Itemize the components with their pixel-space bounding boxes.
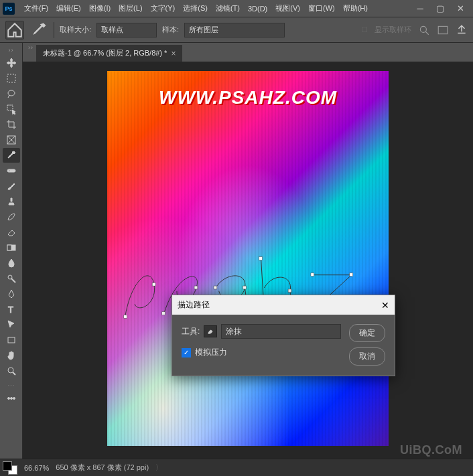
smudge-icon: [204, 325, 217, 337]
panel-icon[interactable]: [437, 24, 449, 36]
chevron-right-icon[interactable]: 〉: [155, 463, 163, 473]
svg-rect-12: [7, 245, 11, 250]
eyedropper-tool[interactable]: [3, 148, 20, 163]
tab-close-icon[interactable]: ×: [171, 49, 176, 58]
clone-stamp-tool[interactable]: [3, 194, 20, 209]
crop-tool[interactable]: [3, 117, 20, 132]
frame-tool[interactable]: [3, 133, 20, 147]
simulate-pressure-checkbox[interactable]: ✓: [182, 348, 191, 358]
home-icon[interactable]: [5, 21, 24, 39]
tool-options-icon[interactable]: ⋯: [7, 382, 15, 390]
svg-point-20: [10, 398, 12, 400]
svg-rect-33: [350, 273, 353, 276]
eraser-tool[interactable]: [3, 225, 20, 240]
canvas[interactable]: WWW.PSAHZ.COM: [107, 71, 389, 446]
document-tab[interactable]: 未标题-1 @ 66.7% (图层 2, RGB/8#) * ×: [36, 44, 182, 62]
lasso-tool[interactable]: [3, 86, 20, 101]
svg-line-18: [13, 372, 15, 375]
menu-file[interactable]: 文件(F): [20, 3, 52, 13]
document-tab-title: 未标题-1 @ 66.7% (图层 2, RGB/8#) *: [43, 48, 167, 58]
eyedropper-tool-icon[interactable]: [29, 21, 48, 39]
watermark-text: WWW.PSAHZ.COM: [107, 87, 389, 108]
svg-rect-32: [311, 273, 314, 276]
sample-size-label: 取样大小:: [60, 25, 91, 35]
show-sample-ring-label: 显示取样环: [375, 25, 411, 35]
dialog-titlebar[interactable]: 描边路径 ✕: [172, 295, 395, 315]
status-bar: 66.67% 650 像素 x 867 像素 (72 ppi) 〉: [0, 459, 473, 476]
svg-point-17: [8, 368, 13, 373]
menu-help[interactable]: 帮助(H): [339, 3, 372, 13]
color-swatches[interactable]: [3, 461, 17, 475]
svg-rect-27: [243, 286, 246, 289]
healing-brush-tool[interactable]: [3, 163, 20, 178]
sample-select[interactable]: 所有图层: [184, 23, 285, 37]
minimize-button[interactable]: ─: [410, 1, 430, 16]
maximize-button[interactable]: ▢: [430, 1, 450, 16]
menu-bar: Ps 文件(F) 编辑(E) 图像(I) 图层(L) 文字(Y) 选择(S) 滤…: [0, 0, 473, 17]
menu-layer[interactable]: 图层(L): [115, 3, 146, 13]
svg-rect-24: [162, 312, 165, 315]
type-tool[interactable]: T: [3, 302, 20, 317]
ok-button[interactable]: 确定: [349, 324, 385, 342]
simulate-pressure-label: 模拟压力: [195, 347, 227, 358]
zoom-level[interactable]: 66.67%: [24, 464, 49, 472]
svg-line-14: [11, 279, 15, 283]
menu-select[interactable]: 选择(S): [179, 3, 212, 13]
blur-tool[interactable]: [3, 256, 20, 270]
svg-rect-3: [7, 74, 15, 82]
gradient-tool[interactable]: [3, 240, 20, 255]
collapse-icon[interactable]: ››: [9, 46, 14, 55]
svg-rect-16: [8, 337, 15, 343]
quick-select-tool[interactable]: [3, 102, 20, 116]
move-tool[interactable]: [3, 56, 20, 70]
brush-tool[interactable]: [3, 179, 20, 193]
close-button[interactable]: ✕: [450, 1, 470, 16]
foreground-color-swatch[interactable]: [3, 461, 12, 471]
pen-tool[interactable]: [3, 287, 20, 301]
tools-panel: ›› T ⋯: [0, 43, 23, 459]
zoom-tool[interactable]: [3, 364, 20, 378]
divider: [54, 22, 54, 38]
canvas-viewport[interactable]: WWW.PSAHZ.COM: [23, 62, 473, 459]
menu-edit[interactable]: 编辑(E): [52, 3, 85, 13]
options-bar: 取样大小: 取样点 样本: 所有图层 ☐ 显示取样环: [0, 17, 473, 43]
svg-point-0: [420, 26, 426, 32]
share-icon[interactable]: [456, 24, 468, 36]
dialog-close-icon[interactable]: ✕: [381, 300, 389, 311]
svg-rect-23: [152, 283, 155, 286]
sample-label: 样本:: [162, 25, 179, 35]
rectangle-tool[interactable]: [3, 333, 20, 347]
hand-tool[interactable]: [3, 348, 20, 363]
tool-label: 工具:: [182, 326, 200, 337]
edit-toolbar-icon[interactable]: [3, 391, 20, 406]
svg-rect-29: [259, 256, 262, 260]
menu-3d[interactable]: 3D(D): [244, 5, 271, 13]
menu-filter[interactable]: 滤镜(T): [212, 3, 244, 13]
document-area: ›› 未标题-1 @ 66.7% (图层 2, RGB/8#) * × WWW.…: [23, 43, 473, 459]
svg-text:T: T: [8, 305, 13, 315]
dodge-tool[interactable]: [3, 271, 20, 286]
dialog-title-text: 描边路径: [178, 299, 210, 311]
svg-rect-22: [124, 315, 127, 318]
site-watermark: UiBQ.CoM: [400, 443, 462, 457]
menu-image[interactable]: 图像(I): [85, 3, 115, 13]
svg-line-1: [425, 31, 429, 35]
svg-point-4: [8, 90, 15, 96]
sample-size-select[interactable]: 取样点: [96, 23, 157, 37]
menu-window[interactable]: 窗口(W): [304, 3, 339, 13]
menu-view[interactable]: 视图(V): [271, 3, 304, 13]
tab-collapse-icon[interactable]: ››: [25, 43, 36, 52]
app-logo: Ps: [3, 3, 15, 15]
path-select-tool[interactable]: [3, 317, 20, 332]
stroke-path-dialog: 描边路径 ✕ 工具: 涂抹 ✓ 模拟压力 确定 取消: [172, 295, 395, 376]
svg-point-21: [13, 398, 15, 400]
tool-select[interactable]: 涂抹: [221, 324, 341, 339]
history-brush-tool[interactable]: [3, 210, 20, 224]
window-controls: ─ ▢ ✕: [410, 1, 470, 16]
marquee-tool[interactable]: [3, 71, 20, 86]
svg-point-10: [9, 170, 10, 171]
search-icon[interactable]: [418, 24, 430, 36]
menu-type[interactable]: 文字(Y): [147, 3, 180, 13]
document-info[interactable]: 650 像素 x 867 像素 (72 ppi): [56, 463, 149, 473]
cancel-button[interactable]: 取消: [349, 347, 385, 366]
